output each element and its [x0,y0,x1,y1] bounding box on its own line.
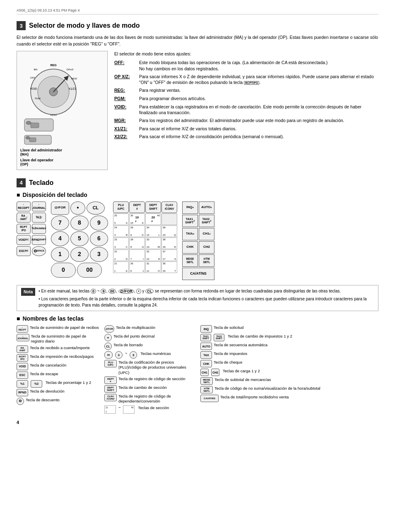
mode-x2z2: X2/Z2: Para sacar el informe X/Z de cons… [114,134,378,140]
dept-key-9[interactable]: 299G [129,225,145,237]
key-pct2[interactable]: %2NUMBER [32,224,46,234]
kn-dept-shift: DEPTSHIFT Tecla de cambio de sección [104,385,195,393]
key-ch1[interactable]: CH1z [199,228,214,240]
key-rcpt-po[interactable]: RCPT/PO [17,224,31,234]
key-tax2-shift[interactable]: TAX2SHIFTy [199,215,214,227]
key-space[interactable]: ⊖SPACE [32,246,46,256]
kni-tax2-shift: TAX2SHIFT [214,334,224,341]
row-for-dot-cl: @/FOR • CL [51,201,108,215]
key-6[interactable]: 6 [90,231,108,246]
key-clk-conv[interactable]: CLK#/CONV [161,201,177,213]
kn-ch1-ch2: CH1 CH2 Teclas de carga 1 y 2 [200,369,378,376]
key-plu-upc[interactable]: PLU/UPC [113,201,129,213]
dept-row1: 25 5A 3510F15K 4020P [113,213,177,225]
mode-reg: REG: Para registrar ventas. [114,87,378,94]
svg-text:X2/Z2: X2/Z2 [50,114,57,116]
dept-key-13[interactable]: 3313M [145,237,161,249]
key-chk[interactable]: CHK [182,241,198,254]
dept-key-24-4[interactable]: 244B [113,225,129,237]
dept-key-20[interactable]: 4020P [145,213,161,225]
svg-text:X1/Z1: X1/Z1 [69,87,77,90]
key-journal[interactable]: ↑JOURNAL [32,201,46,211]
key-void[interactable]: VOIDDC [17,235,31,245]
dept-key-16[interactable]: 3616T [161,261,177,273]
key-8[interactable]: 8 [70,216,89,230]
keyboard-left-panel: ↑RECEIPT ↑JOURNAL RA/AMTi %1/ RCPT/PO %2… [17,201,46,280]
key-for[interactable]: @/FOR [51,201,69,215]
key-1[interactable]: 1 [51,247,69,262]
key-cl[interactable]: CL [87,201,105,215]
key-3[interactable]: 3 [90,247,108,262]
dept-key-22-2[interactable]: 222D [113,249,129,261]
kn-pct: %1 %2 Teclas de porcentaje 1 y 2 [17,380,99,388]
key-dept-hash[interactable]: DEPT# [129,201,145,213]
kni-pct1: %1 [17,380,28,388]
dept-key-empty1[interactable] [161,213,177,225]
kni-dept-shift: DEPTSHIFT [104,385,117,393]
dept-row2: 244B 299G 3414L 3919Q [113,225,177,237]
dept-key-12[interactable]: 3212N [145,249,161,261]
dept-key-18[interactable]: 3818R [161,237,177,249]
key-4[interactable]: 4 [51,231,69,246]
key-7[interactable]: 7 [51,216,69,230]
svg-point-18 [26,136,30,139]
knt-auto: Tecla de secuencia automática [214,343,267,347]
keyboard-layout-title: Disposición del teclado [17,192,378,198]
knt-tax: Tecla de impuestos [214,351,247,356]
key-0[interactable]: 0 [51,263,76,278]
dept-key-7[interactable]: 7I [129,249,145,261]
section3-header: 3 Selector de modo y llaves de modo [17,21,378,30]
key-tax[interactable]: TAXw [182,228,198,240]
key-ch2[interactable]: CH2 [199,241,214,254]
kn-inq: INQ Tecla de solicitud [200,325,378,333]
kn-mdse-sbtl: MDSESBTL Tecla de subtotal de mercancías [200,377,378,385]
dept-key-8[interactable]: 288H [129,237,145,249]
kni-tm-sbtl: #/TMSBTL [200,386,213,393]
kn-tm-sbtl: #/TMSBTL Tecla de código de no suma/visu… [200,386,378,393]
key-auto[interactable]: AUTOx [199,201,214,214]
dept-key-25-5[interactable]: 25 5A [113,213,129,225]
key-mdse-sbtl[interactable]: MDSESBTL [182,254,198,267]
dept-key-17[interactable]: 3717S [161,249,177,261]
key-dept-shift[interactable]: DEPTSHIFT [145,201,161,213]
dept-key-6[interactable]: 266J [129,261,145,273]
op-key-label: Llave del operador(OP) [20,158,104,166]
kni-9: 9 [130,351,137,359]
knt-cl: Tecla de borrado [113,343,143,347]
kni-journal: ↑JOURNAL [17,334,29,341]
key-00[interactable]: 00 [77,263,102,278]
key-names-title: Nombres de las teclas [17,315,378,322]
knt-numeric: Teclas numéricas [140,351,171,356]
dept-key-10[interactable]: 3510F15K [129,213,145,225]
dept-key-19[interactable]: 3919Q [161,225,177,237]
dept-key-11[interactable]: 3111O [145,261,161,273]
kni-ra-amt: RA/AMT [17,345,28,353]
key-ra-amt[interactable]: RA/AMTi [17,213,31,223]
kni-inq: INQ [200,325,212,333]
knt-pct: Teclas de porcentaje 1 y 2 [46,380,91,385]
kni-cl: CL [104,343,112,350]
dept-key-21-1[interactable]: 211E [113,261,129,273]
dept-header-row: PLU/UPC DEPT# DEPTSHIFT CLK#/CONV [113,201,177,213]
key-rfnd[interactable]: RFNDSHIFT [32,235,46,245]
key-9[interactable]: 9 [90,216,108,230]
key-tm-sbtl[interactable]: #/TMSBTL [199,254,214,267]
row-esc-space: ESCBS ⊖SPACE [17,246,46,256]
key-esc[interactable]: ESCBS [17,246,31,256]
key-5[interactable]: 5 [70,231,89,246]
knt-esc: Tecla de escape [30,371,58,376]
dept-key-14[interactable]: 3414L [145,225,161,237]
dept-key-23-3[interactable]: 233C [113,237,129,249]
dept-row5: 211E 266J 3111O 3616T [113,261,177,273]
key-dot[interactable]: • [70,201,85,215]
key-pct1[interactable]: %1/ [32,213,46,223]
page-number: 4 [17,420,378,425]
key-inq[interactable]: INQu [182,201,198,214]
key-2[interactable]: 2 [70,247,89,262]
row-rcpt-pct2: RCPT/PO %2NUMBER [17,224,46,234]
key-receipt[interactable]: ↑RECEIPT [17,201,31,211]
dept-row3: 233C 288H 3313M 3818R [113,237,177,249]
key-tax1-shift[interactable]: TAX1SHIFTy [182,215,198,227]
key-names-right-col: INQ Tecla de solicitud TAX1SHIFT TAX2SHI… [200,325,378,415]
key-ca-at-ns[interactable]: CA/AT/NS [182,268,214,280]
